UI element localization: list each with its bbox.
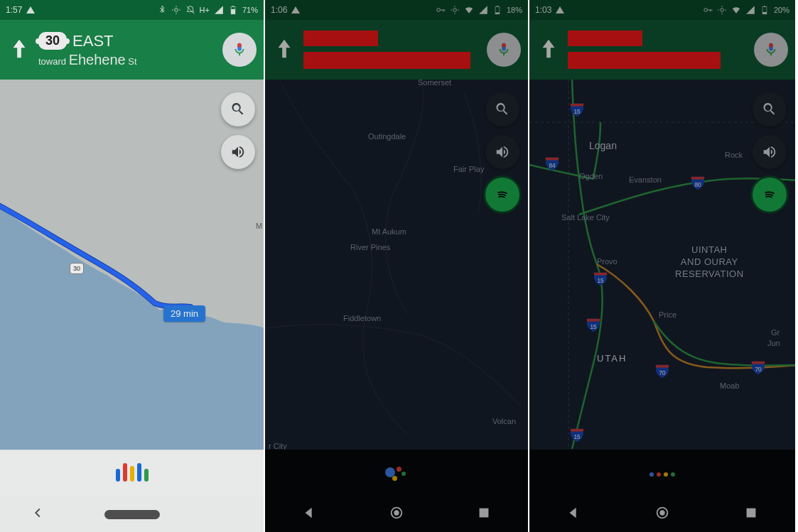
redaction-box (568, 31, 642, 46)
sound-button[interactable] (221, 135, 255, 169)
assistant-bar[interactable] (0, 450, 264, 496)
search-icon (762, 102, 777, 117)
toward-prefix: toward (38, 56, 66, 67)
svg-point-16 (721, 9, 724, 12)
svg-text:80: 80 (694, 182, 701, 188)
spotify-button[interactable] (753, 178, 787, 212)
status-time: 1:06 (271, 5, 287, 15)
search-button[interactable] (753, 92, 787, 126)
direction-label: EAST (72, 32, 113, 50)
assistant-bar[interactable] (265, 450, 528, 496)
status-time: 1:57 (6, 5, 22, 15)
map-label: Somerset (418, 80, 451, 87)
vpn-key-icon (703, 5, 713, 15)
sound-button[interactable] (753, 135, 787, 169)
map-label: Fiddletown (343, 314, 381, 322)
home-gesture-pill[interactable] (104, 510, 160, 519)
map-label: Rock (725, 151, 743, 159)
back-button[interactable] (566, 505, 581, 523)
map-label: Mt Aukum (372, 227, 406, 236)
interstate-shield: 15 (592, 271, 609, 287)
search-button[interactable] (221, 92, 255, 126)
assistant-bars-icon (114, 463, 150, 484)
svg-point-14 (394, 510, 399, 515)
redaction-box (568, 52, 721, 69)
voice-button[interactable] (222, 33, 257, 67)
battery-icon (228, 5, 238, 15)
battery-percent: 71% (242, 6, 258, 14)
navigation-header[interactable] (265, 20, 528, 80)
system-nav-bar (265, 496, 528, 532)
map-label: Volcan (492, 417, 516, 425)
route-shield-marker: 30 (70, 263, 84, 274)
map-label: Fair Play (453, 165, 484, 173)
region-label: UINTAH AND OURAY RESERVATION (675, 244, 744, 281)
svg-text:15: 15 (597, 278, 604, 284)
spotify-button[interactable] (485, 178, 519, 212)
direction-text-redacted (568, 31, 754, 69)
home-button[interactable] (389, 505, 404, 523)
status-icons: 20% (703, 5, 789, 15)
svg-point-7 (437, 9, 441, 12)
direction-arrow-icon (537, 38, 561, 62)
battery-percent: 20% (774, 6, 789, 14)
voice-button[interactable] (487, 33, 521, 67)
svg-point-30 (659, 510, 664, 515)
spotify-icon (495, 187, 510, 202)
svg-rect-18 (762, 12, 767, 14)
mic-icon (232, 42, 247, 58)
interstate-shield: 84 (544, 156, 561, 172)
screenshot-2: 1:06 18% Then Somerset (265, 0, 529, 532)
assistant-bar[interactable] (529, 450, 795, 496)
status-bar: 1:57 H+ 71% (0, 0, 264, 20)
wifi-icon (731, 5, 741, 15)
state-label: UTAH (597, 353, 627, 364)
status-bar: 1:03 20% (529, 0, 795, 20)
svg-text:15: 15 (573, 434, 581, 440)
svg-rect-11 (497, 6, 498, 6)
svg-rect-19 (764, 6, 765, 6)
search-button[interactable] (485, 92, 519, 126)
home-button[interactable] (654, 505, 670, 523)
location-icon (450, 5, 460, 15)
system-nav-bar (529, 496, 795, 532)
navigation-header[interactable] (529, 20, 795, 80)
battery-icon (760, 5, 770, 15)
redaction-box (303, 52, 470, 69)
svg-rect-10 (495, 13, 500, 14)
sound-icon (495, 144, 510, 160)
sound-icon (230, 144, 246, 160)
recents-button[interactable] (743, 505, 759, 523)
sound-button[interactable] (485, 135, 519, 169)
svg-point-8 (453, 9, 457, 12)
svg-point-15 (704, 9, 708, 12)
navigation-header[interactable]: 30 EAST toward Ehehene St (0, 20, 264, 80)
map-label: Outingdale (368, 132, 406, 141)
map-label: Ogden (579, 172, 603, 180)
nav-indicator-icon (291, 6, 300, 13)
direction-text: 30 EAST toward Ehehene St (38, 32, 222, 68)
map-label: Provo (597, 257, 618, 266)
interstate-shield: 70 (654, 364, 671, 379)
mic-icon (763, 42, 779, 58)
signal-icon (478, 5, 488, 15)
svg-text:70: 70 (755, 367, 762, 373)
back-button[interactable] (30, 505, 45, 523)
direction-arrow-icon (7, 38, 31, 62)
map-label: Salt Lake City (561, 213, 610, 222)
search-icon (495, 102, 510, 117)
back-button[interactable] (301, 505, 317, 523)
status-icons: H+ 71% (157, 5, 258, 15)
recents-button[interactable] (476, 505, 492, 523)
svg-rect-6 (232, 6, 234, 6)
vpn-key-icon (436, 5, 446, 15)
eta-bubble[interactable]: 29 min (163, 305, 205, 322)
dnd-icon (185, 5, 195, 15)
voice-button[interactable] (754, 33, 788, 67)
map-label: Evanston (629, 175, 662, 184)
toward-suffix: St (128, 56, 136, 67)
assistant-small-dots-icon (648, 467, 676, 479)
sound-icon (762, 144, 777, 160)
route-shield: 30 (38, 32, 67, 50)
map-label: Jun (767, 339, 780, 347)
